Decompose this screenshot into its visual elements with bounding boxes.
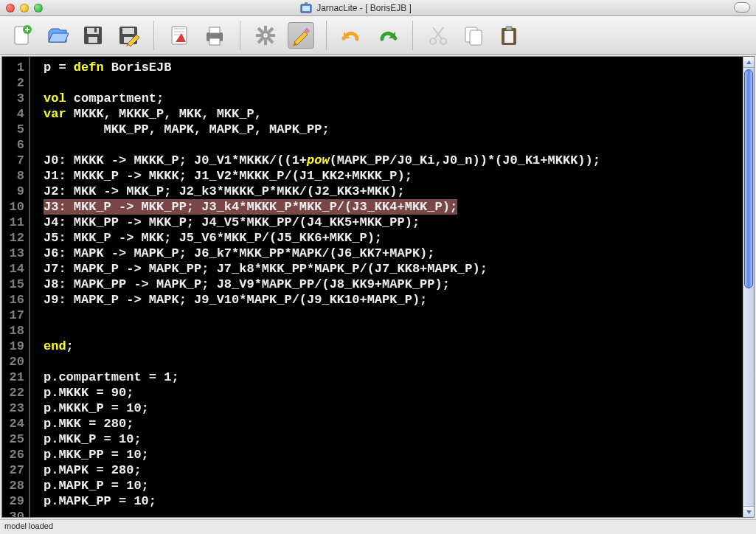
vertical-scrollbar[interactable]	[743, 57, 754, 517]
code-line[interactable]: var MKKK, MKKK_P, MKK, MKK_P,	[44, 106, 743, 122]
code-line[interactable]	[44, 509, 743, 517]
code-line[interactable]	[44, 354, 743, 370]
undo-icon	[341, 24, 363, 46]
undo-button[interactable]	[339, 22, 365, 49]
line-number: 23	[2, 400, 29, 416]
line-number: 6	[2, 137, 29, 153]
code-line[interactable]: J0: MKKK -> MKKK_P; J0_V1*MKKK/((1+pow(M…	[44, 153, 743, 168]
print-button[interactable]	[201, 22, 228, 49]
scroll-up-button[interactable]	[743, 57, 754, 68]
line-number: 11	[2, 215, 29, 230]
line-number: 12	[2, 230, 29, 246]
code-line[interactable]	[44, 137, 743, 153]
code-line[interactable]: p = defn BorisEJB	[44, 60, 743, 75]
line-number: 21	[2, 370, 29, 385]
code-line[interactable]: p.MKK = 280;	[44, 416, 743, 431]
svg-rect-7	[89, 37, 97, 43]
code-line[interactable]: J5: MKK_P -> MKK; J5_V6*MKK_P/(J5_KK6+MK…	[44, 230, 743, 246]
svg-rect-14	[209, 27, 220, 33]
save-icon	[82, 24, 104, 46]
code-line[interactable]: p.MKKK = 90;	[44, 385, 743, 400]
pencil-icon	[290, 24, 312, 46]
line-number: 28	[2, 478, 29, 493]
code-line[interactable]: J9: MAPK_P -> MAPK; J9_V10*MAPK_P/(J9_KK…	[44, 292, 743, 308]
save-button[interactable]	[80, 22, 106, 49]
svg-rect-6	[87, 28, 99, 34]
svg-rect-10	[122, 28, 134, 34]
code-line[interactable]: p.MAPK_PP = 10;	[44, 493, 743, 509]
editor[interactable]: 1234567891011121314151617181920212223242…	[1, 56, 755, 518]
code-line[interactable]: p.MKK_P = 10;	[44, 431, 743, 447]
redo-button[interactable]	[374, 22, 400, 49]
status-text: model loaded	[4, 521, 53, 530]
pdf-icon	[168, 24, 190, 46]
line-number: 16	[2, 292, 29, 308]
line-number: 1	[2, 60, 29, 75]
line-number: 19	[2, 339, 29, 354]
svg-rect-1	[302, 6, 310, 11]
line-number: 22	[2, 385, 29, 400]
code-line[interactable]: J3: MKK_P -> MKK_PP; J3_k4*MKKK_P*MKK_P/…	[44, 199, 457, 215]
line-number: 9	[2, 184, 29, 199]
code-line[interactable]: p.compartment = 1;	[44, 370, 743, 385]
code-line[interactable]: MKK_PP, MAPK, MAPK_P, MAPK_PP;	[44, 122, 743, 137]
svg-rect-29	[506, 27, 512, 30]
code-line[interactable]: J2: MKK -> MKK_P; J2_k3*MKKK_P*MKK/(J2_K…	[44, 184, 743, 199]
code-line[interactable]: p.MKK_PP = 10;	[44, 447, 743, 462]
line-number: 13	[2, 246, 29, 261]
code-line[interactable]: p.MAPK_P = 10;	[44, 478, 743, 493]
line-number: 30	[2, 509, 29, 518]
code-line[interactable]	[44, 323, 743, 339]
status-bar: model loaded	[0, 519, 756, 534]
scroll-thumb[interactable]	[744, 69, 753, 288]
code-line[interactable]: J1: MKKK_P -> MKKK; J1_V2*MKKK_P/(J1_KK2…	[44, 168, 743, 184]
line-number: 2	[2, 75, 29, 91]
print-icon	[204, 24, 226, 46]
new-file-icon	[11, 24, 33, 46]
code-line[interactable]: J7: MAPK_P -> MAPK_PP; J7_k8*MKK_PP*MAPK…	[44, 261, 743, 277]
window-title-text: JarnacLite - [ BorisEJB ]	[316, 3, 412, 13]
line-number: 15	[2, 277, 29, 292]
code-line[interactable]	[44, 308, 743, 323]
line-number: 25	[2, 431, 29, 447]
line-number: 4	[2, 106, 29, 122]
line-number: 27	[2, 462, 29, 478]
code-line[interactable]	[44, 75, 743, 91]
line-number: 20	[2, 354, 29, 370]
paste-icon	[498, 24, 520, 46]
new-file-button[interactable]	[9, 22, 35, 49]
code-line[interactable]: end;	[44, 339, 743, 354]
code-line[interactable]: J8: MAPK_PP -> MAPK_P; J8_V9*MAPK_PP/(J8…	[44, 277, 743, 292]
paste-button[interactable]	[496, 22, 522, 49]
open-file-button[interactable]	[44, 22, 71, 49]
chevron-down-icon	[746, 509, 752, 516]
svg-rect-15	[209, 38, 220, 45]
svg-rect-28	[504, 31, 513, 43]
line-number: 14	[2, 261, 29, 277]
code-line[interactable]: J6: MAPK -> MAPK_P; J6_k7*MKK_PP*MAPK/(J…	[44, 246, 743, 261]
scroll-track[interactable]	[743, 68, 754, 506]
fullscreen-pill[interactable]	[734, 2, 750, 13]
cut-button[interactable]	[425, 22, 451, 49]
code-area[interactable]: p = defn BorisEJB vol compartment;var MK…	[30, 57, 743, 517]
line-gutter: 1234567891011121314151617181920212223242…	[2, 57, 30, 517]
copy-button[interactable]	[460, 22, 487, 49]
svg-rect-2	[305, 2, 308, 4]
line-number: 5	[2, 122, 29, 137]
cut-icon	[427, 24, 449, 46]
save-edit-button[interactable]	[115, 22, 142, 49]
line-number: 24	[2, 416, 29, 431]
settings-button[interactable]	[252, 22, 279, 49]
open-file-icon	[46, 24, 69, 46]
code-line[interactable]: J4: MKK_PP -> MKK_P; J4_V5*MKK_PP/(J4_KK…	[44, 215, 743, 230]
code-line[interactable]: p.MAPK = 280;	[44, 462, 743, 478]
copy-icon	[462, 24, 485, 46]
edit-mode-button[interactable]	[288, 22, 314, 49]
chevron-up-icon	[746, 59, 752, 66]
scroll-down-button[interactable]	[743, 506, 754, 517]
code-line[interactable]: p.MKKK_P = 10;	[44, 400, 743, 416]
line-number: 26	[2, 447, 29, 462]
line-number: 7	[2, 153, 29, 168]
code-line[interactable]: vol compartment;	[44, 91, 743, 106]
export-pdf-button[interactable]	[166, 22, 193, 49]
